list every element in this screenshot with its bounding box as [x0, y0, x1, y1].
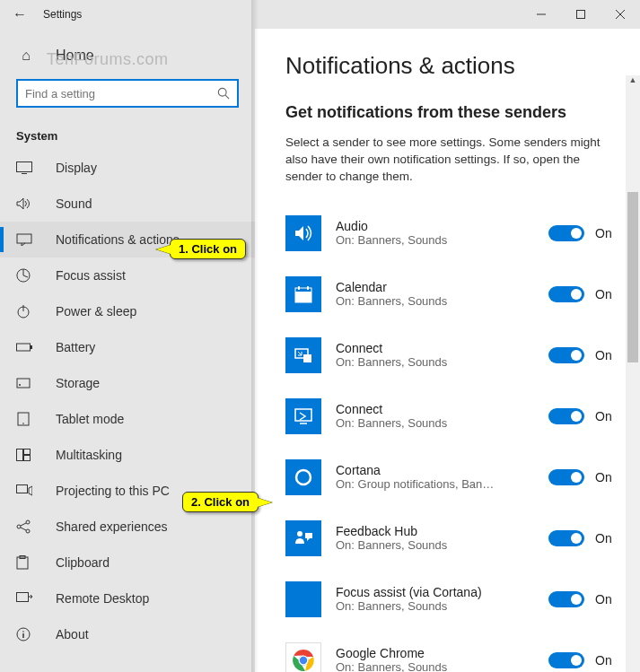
svg-rect-40 [303, 354, 311, 362]
svg-rect-20 [24, 456, 31, 461]
sidebar-item-focus-assist[interactable]: Focus assist [0, 257, 255, 293]
close-button[interactable] [601, 0, 640, 29]
sidebar-item-label: Projecting to this PC [56, 484, 170, 498]
battery-icon [16, 342, 36, 353]
svg-marker-33 [295, 226, 303, 240]
svg-rect-19 [24, 449, 31, 455]
sidebar-item-display[interactable]: Display [0, 150, 255, 186]
toggle-switch[interactable] [548, 591, 584, 607]
svg-rect-45 [305, 533, 312, 538]
sidebar-item-label: Shared experiences [56, 519, 168, 534]
sender-row[interactable]: CortanaOn: Group notifications, Banners,… [285, 453, 618, 502]
svg-point-24 [26, 529, 30, 533]
sidebar-item-battery[interactable]: Battery [0, 329, 255, 365]
notifications-icon [16, 233, 36, 246]
clipboard-icon [16, 555, 36, 570]
power-icon [16, 304, 36, 319]
toggle-switch[interactable] [548, 408, 584, 424]
scrollbar-track: ▲ [626, 75, 640, 672]
focus-icon [16, 268, 36, 283]
toggle-state: On [595, 226, 618, 240]
storage-icon [16, 376, 36, 390]
sidebar-item-label: Remote Desktop [56, 591, 149, 606]
shared-icon [16, 519, 36, 534]
svg-line-26 [21, 528, 26, 530]
sidebar-item-shared-experiences[interactable]: Shared experiences [0, 509, 255, 545]
home-button[interactable]: ⌂ Home [0, 38, 255, 74]
toggle-switch[interactable] [548, 286, 584, 302]
sidebar-item-power-sleep[interactable]: Power & sleep [0, 293, 255, 329]
sidebar-item-multitasking[interactable]: Multitasking [0, 437, 255, 473]
sidebar-item-label: Power & sleep [56, 304, 136, 319]
sender-subtext: On: Banners, Sounds [336, 355, 497, 369]
toggle-state: On [595, 531, 618, 545]
sender-subtext: On: Banners, Sounds [336, 538, 497, 552]
scrollbar-thumb[interactable] [627, 192, 638, 362]
sender-name: Connect [336, 402, 548, 416]
svg-rect-35 [295, 288, 311, 292]
app-icon-calendar [285, 276, 321, 312]
search-input[interactable] [25, 87, 217, 100]
sidebar-item-remote-desktop[interactable]: Remote Desktop [0, 580, 255, 616]
toggle-switch[interactable] [548, 347, 584, 363]
toggle-switch[interactable] [548, 652, 584, 668]
page-subheading: Get notifications from these senders [285, 103, 618, 122]
sender-row[interactable]: CalendarOn: Banners, SoundsOn [285, 270, 618, 319]
sender-row[interactable]: Focus assist (via Cortana)On: Banners, S… [285, 575, 618, 624]
sidebar-item-label: About [56, 627, 89, 641]
tablet-icon [16, 412, 36, 426]
sender-name: Google Chrome [336, 646, 548, 660]
sidebar-item-label: Tablet mode [56, 412, 124, 426]
sidebar-item-storage[interactable]: Storage [0, 365, 255, 401]
toggle-switch[interactable] [548, 469, 584, 485]
svg-rect-18 [17, 449, 23, 461]
toggle-state: On [595, 287, 618, 301]
sender-subtext: On: Group notifications, Banners,... [336, 477, 497, 491]
sidebar-item-label: Battery [56, 340, 95, 354]
svg-point-31 [22, 631, 24, 633]
sender-row[interactable]: ConnectOn: Banners, SoundsOn [285, 331, 618, 380]
sidebar-item-label: Sound [56, 196, 92, 211]
app-icon-chrome [285, 642, 321, 672]
search-icon [217, 87, 230, 100]
maximize-button[interactable] [561, 0, 601, 29]
senders-list: AudioOn: Banners, SoundsOnCalendarOn: Ba… [285, 209, 618, 672]
window-title: Settings [43, 8, 82, 21]
sender-row[interactable]: Feedback HubOn: Banners, SoundsOn [285, 514, 618, 563]
toggle-state: On [595, 348, 618, 362]
toggle-switch[interactable] [548, 530, 584, 546]
toggle-state: On [595, 653, 618, 668]
toggle-switch[interactable] [548, 225, 584, 241]
content-pane: Notifications & actions Get notification… [255, 29, 640, 672]
svg-rect-9 [17, 234, 31, 243]
scroll-up-button[interactable]: ▲ [626, 75, 640, 90]
svg-point-4 [218, 88, 226, 96]
sender-row[interactable]: ConnectOn: Banners, SoundsOn [285, 392, 618, 441]
sender-name: Calendar [336, 280, 548, 294]
svg-point-51 [300, 656, 307, 663]
minimize-button[interactable] [522, 0, 561, 29]
sender-row[interactable]: Google ChromeOn: Banners, SoundsOn [285, 636, 618, 672]
sidebar-item-clipboard[interactable]: Clipboard [0, 545, 255, 580]
sidebar-item-about[interactable]: About [0, 616, 255, 652]
page-title: Notifications & actions [285, 52, 618, 80]
svg-point-43 [296, 470, 311, 484]
toggle-state: On [595, 592, 618, 607]
sender-name: Feedback Hub [336, 524, 548, 538]
sender-name: Focus assist (via Cortana) [336, 585, 548, 599]
sender-row[interactable]: AudioOn: Banners, SoundsOn [285, 209, 618, 257]
sender-name: Cortana [336, 463, 548, 477]
title-bar: ← Settings [0, 0, 640, 29]
back-button[interactable]: ← [0, 6, 39, 22]
sidebar-item-label: Storage [56, 376, 100, 390]
projecting-icon [16, 484, 36, 497]
nav-list: DisplaySoundNotifications & actionsFocus… [0, 150, 255, 652]
toggle-state: On [595, 409, 618, 423]
home-icon: ⌂ [16, 48, 36, 64]
sidebar-item-tablet-mode[interactable]: Tablet mode [0, 401, 255, 437]
page-description: Select a sender to see more settings. So… [285, 135, 618, 186]
sidebar-item-sound[interactable]: Sound [0, 186, 255, 222]
search-box[interactable] [16, 79, 239, 108]
sidebar-item-label: Focus assist [56, 268, 126, 283]
svg-rect-13 [31, 345, 32, 349]
